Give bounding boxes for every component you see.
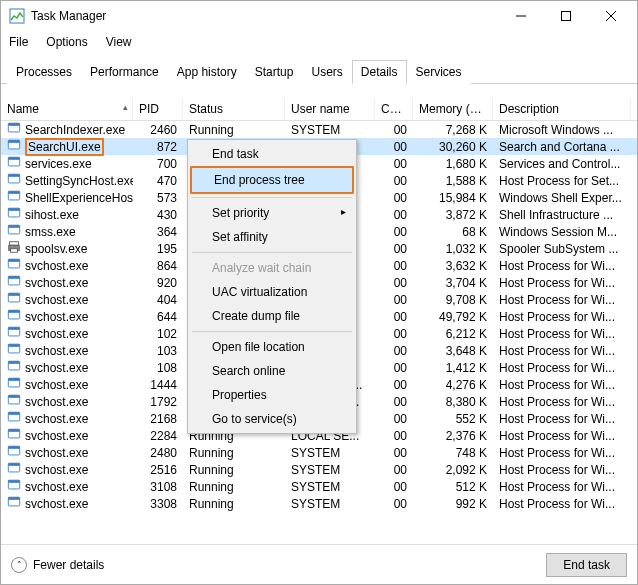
close-button[interactable] [588,2,633,30]
cell-memory: 2,376 K [413,428,493,444]
process-name: SearchUI.exe [25,138,104,156]
ctx-search-online[interactable]: Search online [190,359,354,383]
cell-description: Microsoft Windows ... [493,122,631,138]
cell-memory: 9,708 K [413,292,493,308]
task-manager-icon [9,8,25,24]
ctx-analyze-wait-chain: Analyze wait chain [190,256,354,280]
process-name: spoolsv.exe [25,242,87,256]
tab-processes[interactable]: Processes [7,60,81,84]
ctx-uac-virtualization[interactable]: UAC virtualization [190,280,354,304]
cell-cpu: 00 [375,343,413,359]
ctx-go-to-services[interactable]: Go to service(s) [190,407,354,431]
process-icon [7,121,21,138]
table-row[interactable]: svchost.exe3308RunningSYSTEM00992 KHost … [1,495,637,512]
cell-cpu: 00 [375,326,413,342]
cell-cpu: 00 [375,377,413,393]
ctx-end-task[interactable]: End task [190,142,354,166]
cell-cpu: 00 [375,156,413,172]
column-header-cpu[interactable]: CPU [375,98,413,120]
maximize-button[interactable] [543,2,588,30]
process-name: svchost.exe [25,344,88,358]
fewer-details-label: Fewer details [33,558,104,572]
cell-status: Running [183,445,285,461]
cell-memory: 1,680 K [413,156,493,172]
cell-pid: 2516 [133,462,183,478]
cell-pid: 644 [133,309,183,325]
ctx-open-file-location[interactable]: Open file location [190,335,354,359]
table-row[interactable]: SearchIndexer.exe2460RunningSYSTEM007,26… [1,121,637,138]
menu-file[interactable]: File [7,33,30,51]
cell-memory: 1,412 K [413,360,493,376]
table-row[interactable]: svchost.exe3108RunningSYSTEM00512 KHost … [1,478,637,495]
cell-memory: 6,212 K [413,326,493,342]
tab-users[interactable]: Users [302,60,351,84]
tab-services[interactable]: Services [407,60,471,84]
process-icon [7,138,21,155]
column-header-pid[interactable]: PID [133,98,183,120]
cell-cpu: 00 [375,258,413,274]
cell-cpu: 00 [375,241,413,257]
process-icon [7,444,21,461]
process-name: services.exe [25,157,92,171]
tab-performance[interactable]: Performance [81,60,168,84]
process-name: svchost.exe [25,395,88,409]
cell-description: Services and Control... [493,156,631,172]
svg-rect-35 [8,361,19,364]
cell-description: Spooler SubSystem ... [493,241,631,257]
svg-rect-16 [8,208,19,211]
cell-pid: 2284 [133,428,183,444]
cell-cpu: 00 [375,394,413,410]
minimize-button[interactable] [498,2,543,30]
menu-view[interactable]: View [104,33,134,51]
cell-user: SYSTEM [285,122,375,138]
cell-description: Windows Shell Exper... [493,190,631,206]
tab-app-history[interactable]: App history [168,60,246,84]
column-header-user[interactable]: User name [285,98,375,120]
tab-details[interactable]: Details [352,60,407,84]
tab-startup[interactable]: Startup [246,60,303,84]
cell-description: Host Process for Wi... [493,496,631,512]
cell-description: Host Process for Wi... [493,462,631,478]
cell-pid: 700 [133,156,183,172]
fewer-details-button[interactable]: ˄ Fewer details [11,557,104,573]
table-row[interactable]: svchost.exe2516RunningSYSTEM002,092 KHos… [1,461,637,478]
cell-cpu: 00 [375,224,413,240]
process-name: svchost.exe [25,259,88,273]
ctx-create-dump-file[interactable]: Create dump file [190,304,354,328]
cell-memory: 3,872 K [413,207,493,223]
svg-rect-51 [8,497,19,500]
menubar: File Options View [1,31,637,57]
ctx-set-affinity[interactable]: Set affinity [190,225,354,249]
menu-options[interactable]: Options [44,33,89,51]
cell-memory: 7,268 K [413,122,493,138]
process-icon [7,325,21,342]
column-header-status[interactable]: Status [183,98,285,120]
process-icon [7,274,21,291]
process-icon [7,257,21,274]
table-row[interactable]: svchost.exe2480RunningSYSTEM00748 KHost … [1,444,637,461]
cell-pid: 864 [133,258,183,274]
cell-pid: 364 [133,224,183,240]
column-header-name[interactable]: Name▴ [1,98,133,120]
ctx-set-priority[interactable]: Set priority▸ [190,201,354,225]
cell-pid: 2460 [133,122,183,138]
process-name: ShellExperienceHost.... [25,191,133,205]
cell-memory: 3,704 K [413,275,493,291]
process-icon [7,495,21,512]
cell-status: Running [183,479,285,495]
svg-rect-19 [10,242,19,246]
context-menu: End task End process tree Set priority▸ … [187,139,357,434]
footer: ˄ Fewer details End task [1,544,637,584]
svg-rect-43 [8,429,19,432]
cell-description: Host Process for Wi... [493,292,631,308]
cell-pid: 103 [133,343,183,359]
svg-rect-29 [8,310,19,313]
process-icon [7,359,21,376]
cell-pid: 2168 [133,411,183,427]
ctx-properties[interactable]: Properties [190,383,354,407]
column-header-memory[interactable]: Memory (p... [413,98,493,120]
ctx-end-process-tree[interactable]: End process tree [190,166,354,194]
cell-memory: 552 K [413,411,493,427]
end-task-button[interactable]: End task [546,553,627,577]
column-header-description[interactable]: Description [493,98,631,120]
